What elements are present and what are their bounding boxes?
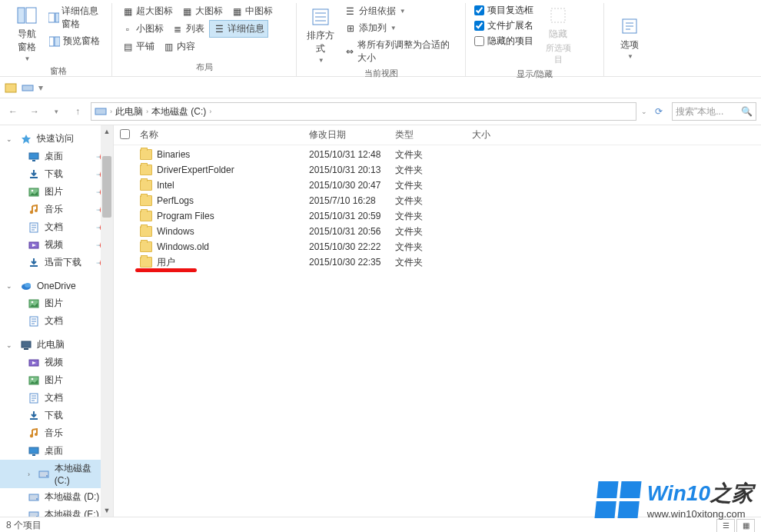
details-pane-icon (48, 12, 59, 24)
chevron-down-icon: ▼ (25, 55, 31, 62)
sidebar-item[interactable]: 文档📌 (0, 218, 113, 236)
fit-columns-button[interactable]: ⇔将所有列调整为合适的大小 (341, 37, 459, 66)
item-icon (28, 357, 40, 369)
row-date: 2015/10/30 22:35 (304, 257, 390, 268)
sidebar-item[interactable]: 视频 (0, 354, 113, 371)
caret-icon: ⌄ (6, 282, 12, 290)
view-large-toggle[interactable]: ▦ (736, 519, 755, 533)
large-icons-icon: ▦ (181, 5, 193, 18)
main-area: ⌄快速访问桌面📌下载📌图片📌音乐📌文档📌视频📌迅雷下载📌⌄OneDrive图片文… (0, 125, 761, 517)
col-type[interactable]: 类型 (390, 128, 467, 141)
check-hidden-items[interactable]: 隐藏的项目 (472, 34, 536, 48)
sidebar-group-header[interactable]: ⌄OneDrive (0, 278, 113, 294)
recent-button[interactable]: ▾ (48, 103, 65, 120)
tiles-icon: ▤ (121, 41, 134, 53)
chevron-right-icon[interactable]: › (146, 108, 148, 115)
sidebar-item[interactable]: 文档 (0, 312, 113, 330)
chevron-right-icon[interactable]: › (110, 108, 112, 115)
sidebar-item[interactable]: 本地磁盘 (D:) (0, 488, 113, 506)
crumb-drive[interactable]: 本地磁盘 (C:) (151, 105, 206, 118)
sidebar-item[interactable]: 音乐 (0, 424, 113, 442)
check-file-ext[interactable]: 文件扩展名 (472, 18, 536, 33)
scroll-up-icon[interactable]: ▲ (101, 125, 113, 138)
view-list[interactable]: ≣列表 (168, 20, 208, 38)
sidebar-item[interactable]: 音乐📌 (0, 201, 113, 218)
sort-button[interactable]: 排序方式 ▼ (303, 3, 338, 66)
col-size[interactable]: 大小 (467, 128, 529, 141)
options-button[interactable]: 选项 ▼ (610, 3, 649, 71)
table-row[interactable]: Binaries2015/10/31 12:48文件夹 (114, 147, 761, 162)
view-details-toggle[interactable]: ☰ (716, 519, 735, 533)
view-tiles[interactable]: ▤平铺 (118, 38, 158, 55)
chevron-right-icon[interactable]: › (209, 108, 211, 115)
row-type: 文件夹 (390, 241, 467, 254)
item-icon (38, 468, 50, 480)
table-row[interactable]: DriverExpertFolder2015/10/31 20:13文件夹 (114, 162, 761, 178)
sidebar-item[interactable]: 图片 (0, 371, 113, 389)
sort-icon (310, 6, 331, 28)
preview-pane-button[interactable]: 预览窗格 (45, 33, 105, 49)
select-all-checkbox[interactable] (120, 129, 130, 139)
hide-selected-button[interactable]: 隐藏 所选项目 (539, 3, 577, 67)
view-xlarge-icons[interactable]: ▦超大图标 (118, 3, 176, 19)
scroll-thumb[interactable] (102, 156, 111, 218)
sidebar-item[interactable]: 下载📌 (0, 165, 113, 183)
status-bar: 8 个项目 ☰ ▦ (0, 517, 761, 532)
refresh-button[interactable]: ⟳ (650, 103, 667, 120)
add-columns-button[interactable]: ⊞添加列▼ (341, 20, 459, 36)
row-date: 2015/10/30 22:22 (304, 241, 390, 252)
caret-icon: ⌄ (6, 341, 12, 349)
col-name[interactable]: 名称 (135, 128, 304, 141)
table-row[interactable]: 用户2015/10/30 22:35文件夹 (114, 254, 761, 270)
breadcrumb-dropdown[interactable]: ⌄ (641, 108, 647, 115)
item-icon (28, 298, 40, 310)
forward-button[interactable]: → (26, 103, 43, 120)
view-details[interactable]: ☰详细信息 (209, 20, 268, 38)
up-button[interactable]: ↑ (69, 103, 86, 120)
sidebar-item[interactable]: 本地磁盘 (E:) (0, 506, 113, 517)
sidebar-item[interactable]: 视频📌 (0, 236, 113, 254)
row-date: 2015/10/31 20:13 (304, 165, 390, 175)
group-by-button[interactable]: ☰分组依据▼ (341, 3, 459, 19)
scroll-down-icon[interactable]: ▼ (101, 504, 113, 517)
sidebar-item[interactable]: 迅雷下载📌 (0, 254, 113, 271)
drive-icon (95, 105, 107, 118)
sidebar-item[interactable]: 桌面 (0, 442, 113, 460)
view-medium-icons[interactable]: ▦中图标 (228, 3, 276, 19)
item-icon (28, 168, 40, 181)
breadcrumb[interactable]: › 此电脑 › 本地磁盘 (C:) › (91, 102, 636, 121)
svg-rect-26 (30, 265, 38, 267)
view-content[interactable]: ▥内容 (159, 38, 198, 55)
row-date: 2015/10/31 20:56 (304, 226, 390, 237)
table-row[interactable]: Program Files2015/10/31 20:59文件夹 (114, 208, 761, 224)
sidebar-item[interactable]: 图片 (0, 294, 113, 312)
view-large-icons[interactable]: ▦大图标 (178, 3, 226, 19)
sidebar-group-header[interactable]: ⌄快速访问 (0, 130, 113, 148)
row-date: 2015/10/31 20:59 (304, 211, 390, 221)
ribbon-group-current-label: 当前视图 (303, 66, 459, 82)
sidebar-item[interactable]: 图片📌 (0, 183, 113, 201)
view-small-icons[interactable]: ▫小图标 (118, 20, 167, 38)
sidebar-item[interactable]: 文档 (0, 389, 113, 407)
svg-point-40 (30, 434, 33, 437)
sidebar-scrollbar[interactable]: ▲ ▼ (101, 125, 113, 517)
sidebar-item[interactable]: ›本地磁盘 (C:) (0, 460, 113, 488)
nav-pane-button[interactable]: 导航窗格 ▼ (11, 3, 42, 64)
row-type: 文件夹 (390, 225, 467, 238)
table-row[interactable]: PerfLogs2015/7/10 16:28文件夹 (114, 193, 761, 208)
sidebar-item[interactable]: 下载 (0, 407, 113, 424)
back-button[interactable]: ← (5, 103, 22, 120)
details-pane-button[interactable]: 详细信息窗格 (45, 3, 105, 32)
table-row[interactable]: Windows.old2015/10/30 22:22文件夹 (114, 239, 761, 254)
table-row[interactable]: Intel2015/10/30 20:47文件夹 (114, 178, 761, 193)
item-icon (28, 491, 40, 504)
sidebar-item[interactable]: 桌面📌 (0, 148, 113, 165)
search-input[interactable]: 搜索"本地... 🔍 (672, 102, 756, 121)
crumb-thispc[interactable]: 此电脑 (115, 105, 143, 118)
overflow-button[interactable]: ▾ (38, 82, 43, 93)
col-date[interactable]: 修改日期 (304, 128, 390, 141)
svg-point-22 (35, 209, 38, 212)
sidebar-group-header[interactable]: ⌄此电脑 (0, 336, 113, 354)
check-item-boxes[interactable]: 项目复选框 (472, 3, 536, 18)
table-row[interactable]: Windows2015/10/31 20:56文件夹 (114, 224, 761, 239)
